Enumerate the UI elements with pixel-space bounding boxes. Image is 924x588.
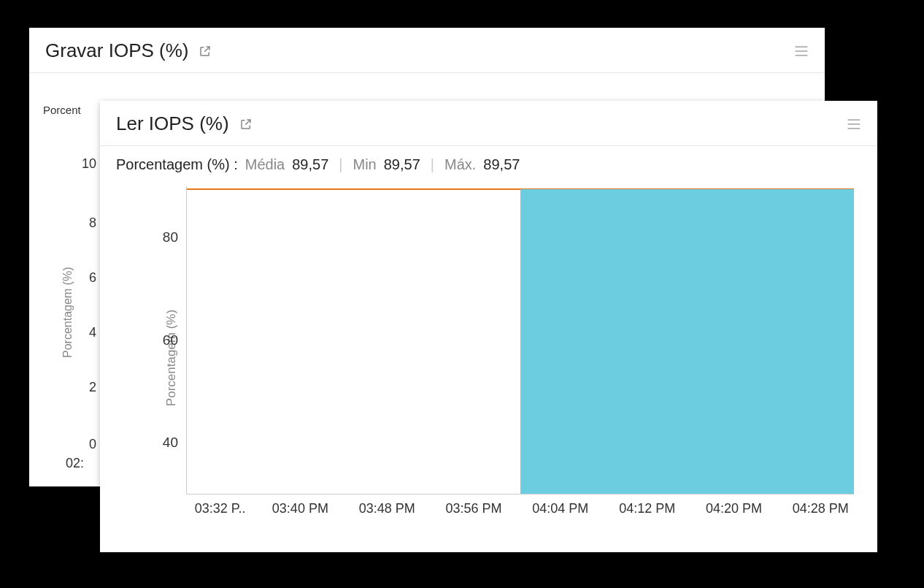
panel-header: Gravar IOPS (%) [29,28,825,73]
popout-icon[interactable] [199,45,212,58]
panel-title-text: Ler IOPS (%) [116,112,229,135]
ytick: 80 [163,229,187,245]
ytick: 60 [163,332,187,348]
xtick: 04:28 PM [793,494,849,516]
ytick: 40 [163,435,187,451]
stat-name: Média [245,156,285,173]
xtick: 04:20 PM [706,494,762,516]
divider: | [336,156,345,173]
panel-ler-iops: Ler IOPS (%) Porcentagem (%) : Média 89,… [100,101,877,552]
panel-title: Gravar IOPS (%) [45,39,212,62]
divider: | [428,156,437,173]
hamburger-menu-icon[interactable] [847,118,861,130]
y-axis-label: Porcentagem (%) [164,310,179,406]
back-ytick: 4 [74,325,96,340]
stat-value: 89,57 [292,156,328,173]
back-y-axis-label: Porcentagem (%) [61,267,74,359]
back-xtick: 02: [66,456,84,471]
back-ytick: 0 [74,437,96,452]
xtick: 03:32 P.. [195,494,246,516]
xtick: 04:04 PM [532,494,588,516]
stats-label: Porcentagem (%) : [116,156,238,173]
panel-title-text: Gravar IOPS (%) [45,39,188,62]
back-ytick: 10 [74,156,96,172]
popout-icon[interactable] [239,118,253,131]
back-ytick: 8 [74,215,96,231]
back-ytick: 2 [74,380,96,395]
xtick: 03:40 PM [272,494,328,516]
hamburger-menu-icon[interactable] [794,45,809,57]
plot-area: 80 60 40 03:32 P.. 03:40 PM 03:48 PM 03:… [186,186,854,495]
stat-name: Máx. [444,156,476,173]
panel-header: Ler IOPS (%) [100,101,877,146]
stats-row: Porcentagem (%) : Média 89,57 | Min 89,5… [100,146,877,173]
area-fill [520,189,854,494]
xtick: 03:48 PM [359,494,415,516]
back-y-label-truncated: Porcent [43,104,81,116]
xtick: 03:56 PM [445,494,501,516]
chart: Porcentagem (%) 80 60 40 03:32 P.. 03:40… [116,186,861,530]
stat-name: Min [353,156,376,173]
stat-value: 89,57 [384,156,420,173]
stat-value: 89,57 [483,156,520,173]
back-ytick: 6 [74,270,96,286]
xtick: 04:12 PM [619,494,675,516]
panel-title: Ler IOPS (%) [116,112,253,135]
